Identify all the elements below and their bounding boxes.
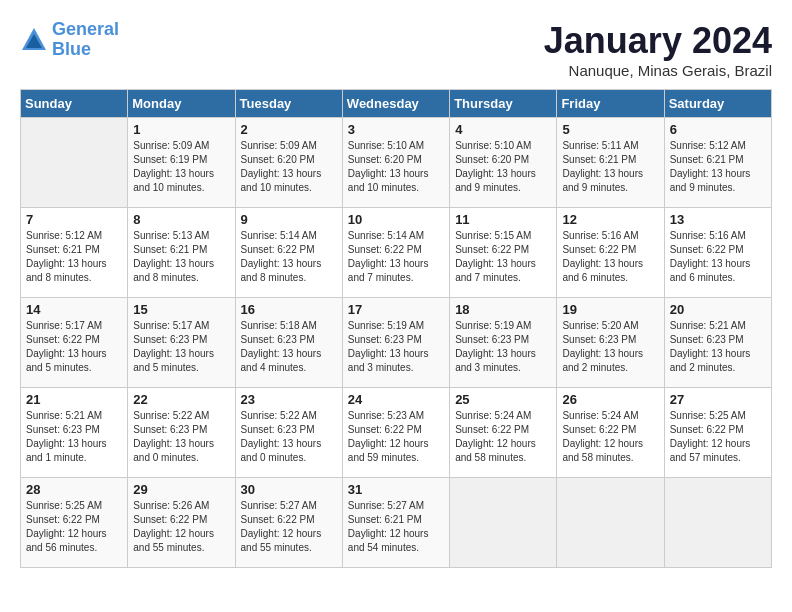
calendar-cell: 18Sunrise: 5:19 AM Sunset: 6:23 PM Dayli… xyxy=(450,298,557,388)
day-info: Sunrise: 5:22 AM Sunset: 6:23 PM Dayligh… xyxy=(133,409,229,465)
calendar-cell: 8Sunrise: 5:13 AM Sunset: 6:21 PM Daylig… xyxy=(128,208,235,298)
month-title: January 2024 xyxy=(544,20,772,62)
calendar-cell: 13Sunrise: 5:16 AM Sunset: 6:22 PM Dayli… xyxy=(664,208,771,298)
calendar-cell: 3Sunrise: 5:10 AM Sunset: 6:20 PM Daylig… xyxy=(342,118,449,208)
day-number: 20 xyxy=(670,302,766,317)
day-info: Sunrise: 5:19 AM Sunset: 6:23 PM Dayligh… xyxy=(348,319,444,375)
day-info: Sunrise: 5:23 AM Sunset: 6:22 PM Dayligh… xyxy=(348,409,444,465)
day-info: Sunrise: 5:25 AM Sunset: 6:22 PM Dayligh… xyxy=(670,409,766,465)
calendar-cell: 15Sunrise: 5:17 AM Sunset: 6:23 PM Dayli… xyxy=(128,298,235,388)
day-number: 16 xyxy=(241,302,337,317)
calendar-cell: 31Sunrise: 5:27 AM Sunset: 6:21 PM Dayli… xyxy=(342,478,449,568)
header-tuesday: Tuesday xyxy=(235,90,342,118)
day-info: Sunrise: 5:18 AM Sunset: 6:23 PM Dayligh… xyxy=(241,319,337,375)
day-number: 3 xyxy=(348,122,444,137)
header-friday: Friday xyxy=(557,90,664,118)
day-number: 23 xyxy=(241,392,337,407)
day-number: 31 xyxy=(348,482,444,497)
calendar-cell: 28Sunrise: 5:25 AM Sunset: 6:22 PM Dayli… xyxy=(21,478,128,568)
calendar-cell: 4Sunrise: 5:10 AM Sunset: 6:20 PM Daylig… xyxy=(450,118,557,208)
day-number: 15 xyxy=(133,302,229,317)
day-info: Sunrise: 5:12 AM Sunset: 6:21 PM Dayligh… xyxy=(670,139,766,195)
calendar-cell: 14Sunrise: 5:17 AM Sunset: 6:22 PM Dayli… xyxy=(21,298,128,388)
calendar-cell: 5Sunrise: 5:11 AM Sunset: 6:21 PM Daylig… xyxy=(557,118,664,208)
calendar-cell: 23Sunrise: 5:22 AM Sunset: 6:23 PM Dayli… xyxy=(235,388,342,478)
calendar-cell xyxy=(664,478,771,568)
day-info: Sunrise: 5:25 AM Sunset: 6:22 PM Dayligh… xyxy=(26,499,122,555)
day-number: 18 xyxy=(455,302,551,317)
calendar-cell: 26Sunrise: 5:24 AM Sunset: 6:22 PM Dayli… xyxy=(557,388,664,478)
day-number: 1 xyxy=(133,122,229,137)
day-number: 14 xyxy=(26,302,122,317)
day-info: Sunrise: 5:27 AM Sunset: 6:21 PM Dayligh… xyxy=(348,499,444,555)
day-number: 7 xyxy=(26,212,122,227)
day-number: 27 xyxy=(670,392,766,407)
calendar-cell: 7Sunrise: 5:12 AM Sunset: 6:21 PM Daylig… xyxy=(21,208,128,298)
logo-text: General Blue xyxy=(52,20,119,60)
calendar-header-row: SundayMondayTuesdayWednesdayThursdayFrid… xyxy=(21,90,772,118)
calendar-cell: 10Sunrise: 5:14 AM Sunset: 6:22 PM Dayli… xyxy=(342,208,449,298)
day-info: Sunrise: 5:16 AM Sunset: 6:22 PM Dayligh… xyxy=(562,229,658,285)
calendar-table: SundayMondayTuesdayWednesdayThursdayFrid… xyxy=(20,89,772,568)
day-number: 8 xyxy=(133,212,229,227)
day-number: 17 xyxy=(348,302,444,317)
day-info: Sunrise: 5:27 AM Sunset: 6:22 PM Dayligh… xyxy=(241,499,337,555)
day-info: Sunrise: 5:24 AM Sunset: 6:22 PM Dayligh… xyxy=(562,409,658,465)
calendar-cell: 9Sunrise: 5:14 AM Sunset: 6:22 PM Daylig… xyxy=(235,208,342,298)
calendar-cell: 29Sunrise: 5:26 AM Sunset: 6:22 PM Dayli… xyxy=(128,478,235,568)
day-info: Sunrise: 5:20 AM Sunset: 6:23 PM Dayligh… xyxy=(562,319,658,375)
location: Nanuque, Minas Gerais, Brazil xyxy=(544,62,772,79)
day-info: Sunrise: 5:14 AM Sunset: 6:22 PM Dayligh… xyxy=(348,229,444,285)
calendar-cell: 6Sunrise: 5:12 AM Sunset: 6:21 PM Daylig… xyxy=(664,118,771,208)
day-number: 22 xyxy=(133,392,229,407)
day-info: Sunrise: 5:10 AM Sunset: 6:20 PM Dayligh… xyxy=(455,139,551,195)
header-saturday: Saturday xyxy=(664,90,771,118)
calendar-week-row: 1Sunrise: 5:09 AM Sunset: 6:19 PM Daylig… xyxy=(21,118,772,208)
page-header: General Blue January 2024 Nanuque, Minas… xyxy=(20,20,772,79)
day-info: Sunrise: 5:09 AM Sunset: 6:20 PM Dayligh… xyxy=(241,139,337,195)
day-number: 4 xyxy=(455,122,551,137)
day-number: 5 xyxy=(562,122,658,137)
logo: General Blue xyxy=(20,20,119,60)
calendar-week-row: 21Sunrise: 5:21 AM Sunset: 6:23 PM Dayli… xyxy=(21,388,772,478)
day-info: Sunrise: 5:13 AM Sunset: 6:21 PM Dayligh… xyxy=(133,229,229,285)
day-number: 24 xyxy=(348,392,444,407)
day-info: Sunrise: 5:26 AM Sunset: 6:22 PM Dayligh… xyxy=(133,499,229,555)
calendar-week-row: 7Sunrise: 5:12 AM Sunset: 6:21 PM Daylig… xyxy=(21,208,772,298)
header-thursday: Thursday xyxy=(450,90,557,118)
calendar-cell xyxy=(21,118,128,208)
day-info: Sunrise: 5:09 AM Sunset: 6:19 PM Dayligh… xyxy=(133,139,229,195)
calendar-cell: 22Sunrise: 5:22 AM Sunset: 6:23 PM Dayli… xyxy=(128,388,235,478)
calendar-cell: 21Sunrise: 5:21 AM Sunset: 6:23 PM Dayli… xyxy=(21,388,128,478)
logo-icon xyxy=(20,26,48,54)
day-number: 11 xyxy=(455,212,551,227)
day-info: Sunrise: 5:11 AM Sunset: 6:21 PM Dayligh… xyxy=(562,139,658,195)
day-info: Sunrise: 5:15 AM Sunset: 6:22 PM Dayligh… xyxy=(455,229,551,285)
calendar-cell: 17Sunrise: 5:19 AM Sunset: 6:23 PM Dayli… xyxy=(342,298,449,388)
title-block: January 2024 Nanuque, Minas Gerais, Braz… xyxy=(544,20,772,79)
header-monday: Monday xyxy=(128,90,235,118)
day-info: Sunrise: 5:21 AM Sunset: 6:23 PM Dayligh… xyxy=(670,319,766,375)
day-info: Sunrise: 5:14 AM Sunset: 6:22 PM Dayligh… xyxy=(241,229,337,285)
calendar-week-row: 14Sunrise: 5:17 AM Sunset: 6:22 PM Dayli… xyxy=(21,298,772,388)
day-number: 6 xyxy=(670,122,766,137)
day-number: 13 xyxy=(670,212,766,227)
day-number: 28 xyxy=(26,482,122,497)
calendar-cell: 16Sunrise: 5:18 AM Sunset: 6:23 PM Dayli… xyxy=(235,298,342,388)
calendar-cell xyxy=(557,478,664,568)
calendar-cell: 19Sunrise: 5:20 AM Sunset: 6:23 PM Dayli… xyxy=(557,298,664,388)
header-sunday: Sunday xyxy=(21,90,128,118)
day-number: 10 xyxy=(348,212,444,227)
day-number: 9 xyxy=(241,212,337,227)
day-number: 30 xyxy=(241,482,337,497)
calendar-cell: 11Sunrise: 5:15 AM Sunset: 6:22 PM Dayli… xyxy=(450,208,557,298)
calendar-cell: 12Sunrise: 5:16 AM Sunset: 6:22 PM Dayli… xyxy=(557,208,664,298)
day-info: Sunrise: 5:12 AM Sunset: 6:21 PM Dayligh… xyxy=(26,229,122,285)
logo-line2: Blue xyxy=(52,39,91,59)
day-info: Sunrise: 5:10 AM Sunset: 6:20 PM Dayligh… xyxy=(348,139,444,195)
calendar-cell xyxy=(450,478,557,568)
day-number: 25 xyxy=(455,392,551,407)
day-number: 26 xyxy=(562,392,658,407)
header-wednesday: Wednesday xyxy=(342,90,449,118)
calendar-week-row: 28Sunrise: 5:25 AM Sunset: 6:22 PM Dayli… xyxy=(21,478,772,568)
